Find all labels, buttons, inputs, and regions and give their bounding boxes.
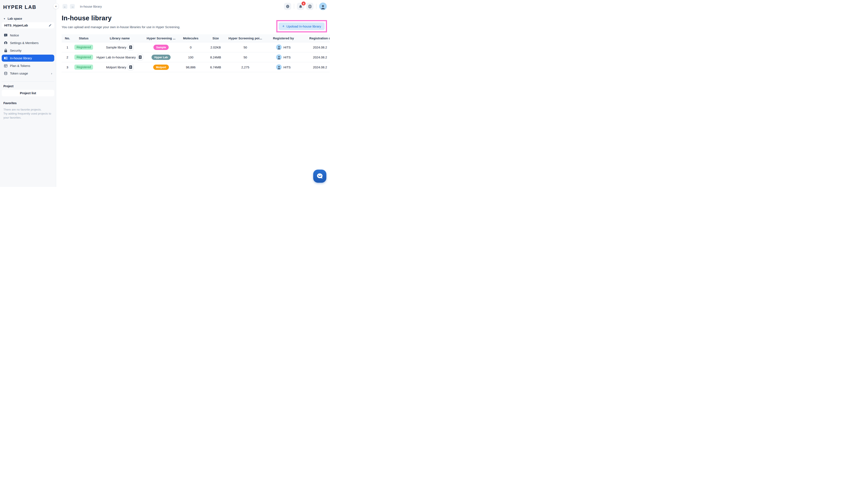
globe-icon (308, 4, 312, 8)
status-badge: Registered (74, 55, 93, 60)
language-button[interactable] (306, 3, 313, 10)
status-badge: Registered (74, 65, 93, 70)
library-tag: Sample (154, 45, 169, 50)
chat-bubble-icon (316, 172, 324, 180)
back-button[interactable]: ← (63, 4, 67, 9)
library-detail-button[interactable] (137, 54, 143, 60)
row-tag: Sample (145, 45, 177, 50)
workspace-selector[interactable]: HITS_HyperLab (2, 22, 54, 28)
bell-icon (299, 4, 303, 8)
members-icon (4, 41, 8, 45)
registrant-avatar (276, 45, 282, 50)
row-no: 3 (62, 66, 73, 69)
workspace-name: HITS_HyperLab (4, 24, 28, 27)
page-header: In-house library You can upload and mana… (56, 13, 330, 29)
notifications-button[interactable]: 4 (297, 3, 304, 10)
column-header-size[interactable]: Size (205, 36, 227, 40)
library-detail-button[interactable] (128, 64, 134, 70)
lock-icon (4, 49, 8, 52)
row-status: Registered (73, 55, 94, 60)
user-avatar[interactable] (319, 3, 327, 10)
upload-highlight-box: + Upoload In-house library (276, 20, 327, 32)
sidebar-divider (2, 81, 54, 82)
column-header-status[interactable]: Status (73, 36, 94, 40)
sidebar-item-token-usage[interactable]: Token usage › (2, 70, 54, 77)
arrow-right-icon: → (71, 5, 74, 8)
document-list-icon (129, 66, 132, 69)
person-icon (277, 66, 281, 69)
info-icon (286, 4, 290, 8)
card-icon (4, 64, 8, 68)
chevron-right-icon: › (51, 72, 52, 75)
nav-label: Notice (10, 33, 19, 37)
favorites-section-label: Favorites (0, 101, 56, 105)
row-points: 2,275 (227, 66, 264, 69)
row-library-name: Molport library (94, 64, 145, 70)
arrow-left-icon: ← (63, 5, 67, 8)
column-header-registered-by[interactable]: Registered by (264, 36, 303, 40)
chat-widget-button[interactable] (313, 170, 326, 183)
row-registered-by: HITS (264, 45, 303, 50)
table-row[interactable]: 2 Registered Hyper Lab In-house libarary… (62, 52, 330, 62)
column-header-library-name[interactable]: Library name (94, 36, 145, 40)
table-row[interactable]: 1 Registered Sample library Sample 0 2.0… (62, 42, 330, 52)
nav-label: Token usage (10, 72, 28, 75)
row-tag: Molport (145, 65, 177, 70)
row-size: 2.02KB (205, 46, 227, 49)
edit-pencil-icon[interactable] (49, 24, 52, 27)
status-badge: Registered (74, 45, 93, 50)
sidebar-item-security[interactable]: Security (2, 47, 54, 54)
open-book-icon (4, 56, 8, 60)
document-list-icon (129, 46, 132, 49)
column-header-no[interactable]: No. (62, 36, 73, 40)
project-list-button[interactable]: Project list (2, 90, 54, 96)
row-size: 6.74MB (205, 66, 227, 69)
registrant-avatar (276, 64, 282, 70)
row-points: 50 (227, 46, 264, 49)
lab-space-label: Lab space (8, 17, 22, 20)
sidebar-item-in-house-library[interactable]: In-house library (2, 55, 54, 62)
notification-badge: 4 (302, 1, 306, 5)
column-header-hyper-screening[interactable]: Hyper Screening ... (145, 36, 177, 40)
person-icon (320, 4, 326, 10)
sidebar: HYPER LAB ‹ ▼ Lab space HITS_HyperLab No… (0, 0, 56, 187)
topbar-divider (316, 4, 316, 9)
sidebar-item-notice[interactable]: Notice (2, 32, 54, 39)
chevron-left-icon: ‹ (55, 4, 56, 8)
document-list-icon (139, 55, 142, 59)
lab-space-header[interactable]: ▼ Lab space (0, 17, 56, 20)
upload-in-house-library-button[interactable]: + Upoload In-house library (279, 22, 325, 30)
row-library-name: Sample library (94, 44, 145, 50)
library-name-text: Hyper Lab In-house libarary (96, 55, 136, 59)
row-molecules: 0 (177, 46, 205, 49)
row-molecules: 100 (177, 55, 205, 59)
person-icon (277, 46, 281, 50)
column-header-hyper-screening-points[interactable]: Hyper Screening poi... (227, 36, 264, 40)
favorites-empty-line1: There are no favorite projects. (3, 107, 52, 112)
breadcrumb: In-house library (80, 5, 102, 8)
row-size: 8.24MB (205, 55, 227, 59)
row-no: 1 (62, 46, 73, 49)
registrant-avatar (276, 54, 282, 60)
row-status: Registered (73, 45, 94, 50)
sidebar-item-plan-tokens[interactable]: Plan & Tokens (2, 62, 54, 69)
column-header-molecules[interactable]: Molecules (177, 36, 205, 40)
library-name-text: Sample library (106, 46, 126, 49)
library-detail-button[interactable] (128, 44, 134, 50)
row-registered-by: HITS (264, 54, 303, 60)
info-button[interactable] (284, 3, 291, 10)
library-tag: Molport (153, 65, 169, 70)
row-registered-by: HITS (264, 64, 303, 70)
registrant-name: HITS (283, 46, 290, 49)
table-row[interactable]: 3 Registered Molport library Molport 98,… (62, 62, 330, 72)
sidebar-collapse-button[interactable]: ‹ (53, 3, 59, 9)
row-registration-date: 2024.08.2 (303, 55, 330, 59)
forward-button[interactable]: → (70, 4, 75, 9)
library-name-text: Molport library (106, 66, 126, 69)
sidebar-item-settings-members[interactable]: Settings & Members (2, 40, 54, 46)
plus-icon: + (282, 24, 285, 28)
project-section-label: Project (0, 84, 56, 88)
nav-label: Settings & Members (10, 41, 39, 45)
column-header-registration-date[interactable]: Registration d (303, 36, 330, 40)
favorites-empty-text: There are no favorite projects. Try addi… (0, 107, 56, 120)
